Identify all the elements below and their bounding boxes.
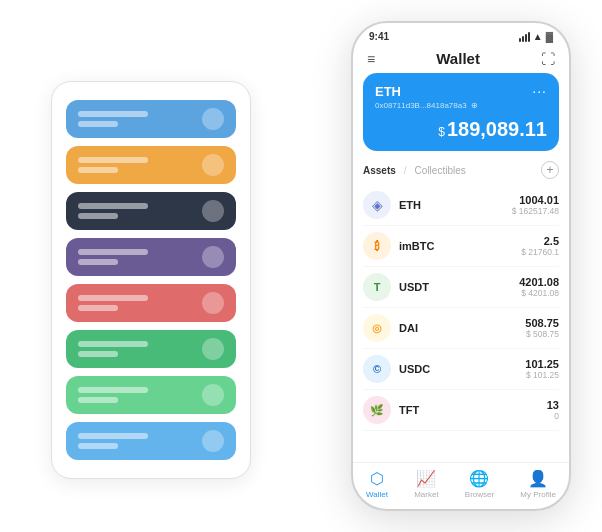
scene: 9:41 ▲ ▓ ≡ Wallet ⛶ ETH: [21, 21, 581, 511]
card-stack: [51, 81, 251, 479]
nav-wallet[interactable]: ⬡ Wallet: [366, 469, 388, 499]
asset-name-dai: DAI: [399, 322, 525, 334]
assets-header: Assets / Collectibles +: [363, 161, 559, 179]
dai-usd: $ 508.75: [525, 329, 559, 339]
asset-name-usdt: USDT: [399, 281, 519, 293]
asset-name-imbtc: imBTC: [399, 240, 521, 252]
stack-card-7[interactable]: [66, 376, 236, 414]
status-bar: 9:41 ▲ ▓: [353, 23, 569, 46]
usdc-icon: ©: [363, 355, 391, 383]
add-icon: +: [546, 163, 553, 177]
nav-profile[interactable]: 👤 My Profile: [520, 469, 556, 499]
add-asset-button[interactable]: +: [541, 161, 559, 179]
eth-card[interactable]: ETH ··· 0x08711d3B...8418a78a3 ⊕ $189,08…: [363, 73, 559, 151]
nav-market[interactable]: 📈 Market: [414, 469, 438, 499]
time-display: 9:41: [369, 31, 389, 42]
nav-browser[interactable]: 🌐 Browser: [465, 469, 494, 499]
asset-amounts-usdc: 101.25 $ 101.25: [525, 358, 559, 380]
eth-card-balance: $189,089.11: [375, 118, 547, 141]
battery-icon: ▓: [546, 31, 553, 42]
stack-card-5[interactable]: [66, 284, 236, 322]
imbtc-icon: ₿: [363, 232, 391, 260]
balance-value: 189,089.11: [447, 118, 547, 140]
page-title: Wallet: [436, 50, 480, 67]
tft-amount: 13: [547, 399, 559, 411]
asset-item-usdt[interactable]: T USDT 4201.08 $ 4201.08: [363, 267, 559, 308]
asset-name-usdc: USDC: [399, 363, 525, 375]
asset-item-dai[interactable]: ◎ DAI 508.75 $ 508.75: [363, 308, 559, 349]
asset-item-tft[interactable]: 🌿 TFT 13 0: [363, 390, 559, 431]
bottom-nav: ⬡ Wallet 📈 Market 🌐 Browser 👤 My Profile: [353, 462, 569, 509]
expand-icon[interactable]: ⛶: [541, 51, 555, 67]
stack-card-6[interactable]: [66, 330, 236, 368]
eth-card-address: 0x08711d3B...8418a78a3 ⊕: [375, 101, 547, 110]
stack-card-4[interactable]: [66, 238, 236, 276]
eth-amount: 1004.01: [512, 194, 559, 206]
asset-list: ◈ ETH 1004.01 $ 162517.48 ₿ imBTC 2.5 $ …: [363, 185, 559, 462]
market-nav-icon: 📈: [416, 469, 436, 488]
stack-card-3[interactable]: [66, 192, 236, 230]
profile-nav-label: My Profile: [520, 490, 556, 499]
browser-nav-icon: 🌐: [469, 469, 489, 488]
asset-amounts-tft: 13 0: [547, 399, 559, 421]
asset-item-eth[interactable]: ◈ ETH 1004.01 $ 162517.48: [363, 185, 559, 226]
status-icons: ▲ ▓: [519, 31, 553, 42]
eth-card-more[interactable]: ···: [532, 83, 547, 99]
dai-amount: 508.75: [525, 317, 559, 329]
wifi-icon: ▲: [533, 31, 543, 42]
asset-name-tft: TFT: [399, 404, 547, 416]
usdt-icon: T: [363, 273, 391, 301]
imbtc-usd: $ 21760.1: [521, 247, 559, 257]
wallet-nav-label: Wallet: [366, 490, 388, 499]
balance-symbol: $: [438, 125, 445, 139]
tab-divider: /: [404, 165, 407, 176]
wallet-nav-icon: ⬡: [370, 469, 384, 488]
phone-frame: 9:41 ▲ ▓ ≡ Wallet ⛶ ETH: [351, 21, 571, 511]
phone-content: ETH ··· 0x08711d3B...8418a78a3 ⊕ $189,08…: [353, 73, 569, 462]
tft-icon: 🌿: [363, 396, 391, 424]
tft-usd: 0: [547, 411, 559, 421]
asset-item-usdc[interactable]: © USDC 101.25 $ 101.25: [363, 349, 559, 390]
usdt-amount: 4201.08: [519, 276, 559, 288]
assets-tabs: Assets / Collectibles: [363, 165, 466, 176]
imbtc-amount: 2.5: [521, 235, 559, 247]
tab-collectibles[interactable]: Collectibles: [415, 165, 466, 176]
eth-usd: $ 162517.48: [512, 206, 559, 216]
asset-amounts-imbtc: 2.5 $ 21760.1: [521, 235, 559, 257]
phone-navbar: ≡ Wallet ⛶: [353, 46, 569, 73]
profile-nav-icon: 👤: [528, 469, 548, 488]
asset-amounts-usdt: 4201.08 $ 4201.08: [519, 276, 559, 298]
dai-icon: ◎: [363, 314, 391, 342]
market-nav-label: Market: [414, 490, 438, 499]
stack-card-8[interactable]: [66, 422, 236, 460]
usdc-amount: 101.25: [525, 358, 559, 370]
stack-card-2[interactable]: [66, 146, 236, 184]
asset-amounts-dai: 508.75 $ 508.75: [525, 317, 559, 339]
usdc-usd: $ 101.25: [525, 370, 559, 380]
browser-nav-label: Browser: [465, 490, 494, 499]
tab-assets[interactable]: Assets: [363, 165, 396, 176]
asset-name-eth: ETH: [399, 199, 512, 211]
eth-card-name: ETH: [375, 84, 401, 99]
signal-icon: [519, 32, 530, 42]
asset-item-imbtc[interactable]: ₿ imBTC 2.5 $ 21760.1: [363, 226, 559, 267]
usdt-usd: $ 4201.08: [519, 288, 559, 298]
menu-icon[interactable]: ≡: [367, 51, 375, 67]
eth-icon: ◈: [363, 191, 391, 219]
asset-amounts-eth: 1004.01 $ 162517.48: [512, 194, 559, 216]
stack-card-1[interactable]: [66, 100, 236, 138]
copy-icon[interactable]: ⊕: [471, 101, 478, 110]
